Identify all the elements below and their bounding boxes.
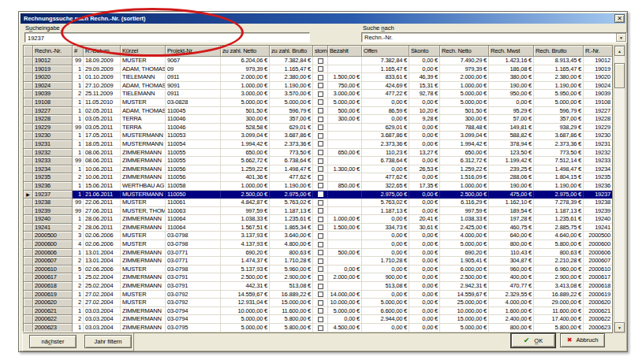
table-row[interactable]: 2000619127.02.2004MUSTER03-079214.559,67… [24, 291, 612, 299]
scrollbar-thumb[interactable] [614, 63, 625, 88]
storn-checkbox[interactable] [318, 58, 323, 64]
column-header-rech-mwst[interactable]: Rech. Mwst [489, 46, 534, 57]
table-row[interactable]: 19232108.06.2011ZIMMERMANN110055650,00 €… [24, 149, 612, 158]
storn-checkbox[interactable] [318, 308, 323, 314]
storn-checkbox[interactable] [318, 266, 323, 272]
column-header-storn[interactable]: storn. [313, 46, 328, 57]
column-header-rech-netto[interactable]: Rech. Netto [440, 46, 489, 57]
cancel-button[interactable]: ✖Abbruch [560, 333, 605, 347]
table-row[interactable]: 19108111.05.2010MUSTER03-08285.000,00 €5… [24, 98, 612, 107]
table-row[interactable]: 19234110.06.2011ZIMMERMANN1100561.259,22… [24, 165, 612, 174]
column-header-kuerzel[interactable]: Kürzel [121, 46, 166, 57]
column-header-offen[interactable]: Offen [362, 46, 409, 57]
storn-checkbox[interactable] [318, 108, 323, 113]
storn-checkbox[interactable] [318, 124, 323, 130]
storn-checkbox[interactable] [318, 284, 323, 289]
storn-checkbox[interactable] [318, 242, 323, 247]
table-row[interactable]: 19241228.06.2011ZIMMERMANN1100641.567,51… [24, 224, 612, 232]
table-row[interactable]: 19228103.05.2011TERRA110046300,00 €357,0… [24, 115, 612, 124]
column-header-r-nr[interactable]: R.-Nr. [584, 46, 613, 57]
cell-bezahlt [328, 191, 362, 199]
table-row[interactable]: 190129918.09.2009MUSTER90676.204,06 €7.3… [24, 57, 612, 65]
scrollbar-up-button[interactable]: ▲ [614, 46, 625, 56]
table-row[interactable]: 2000620227.02.2004MUSTER03-079212.931,04… [24, 299, 612, 307]
column-header-rechn-nr[interactable]: Rechn.-Nr. [33, 46, 73, 57]
storn-checkbox[interactable] [318, 75, 323, 80]
table-row[interactable]: 2000617125.02.2004ZIMMERMANN03-07912.500… [24, 273, 612, 282]
table-row[interactable]: 2000623103.03.2004ZIMMERMANN03-07955.000… [24, 324, 612, 332]
table-row[interactable]: 2000606113.01.2004ZIMMERMANN03-0771690,2… [24, 249, 612, 258]
column-header-zu-zahl-brutto[interactable]: zu zahl. Brutto [270, 46, 313, 57]
cell-r-nr: 19019 [584, 65, 613, 74]
cell-rech-brutto: 8.913,45 € [534, 57, 584, 65]
table-row[interactable]: 19236115.06.2011WERTHBAU AG1100581.000,0… [24, 182, 612, 191]
table-row[interactable]: 192299903.05.2011TERRA110046528,58 €629,… [24, 124, 612, 132]
storn-checkbox[interactable] [318, 250, 323, 255]
close-button[interactable]: ✕ [614, 14, 625, 23]
table-row[interactable]: 2000618225.02.2004ZIMMERMANN03-0791442,3… [24, 282, 612, 291]
table-row[interactable]: ▶19237121.06.2011MUSTERMANN1100502.500,0… [24, 191, 612, 199]
table-row[interactable]: 19039225.11.2009TIELEMANN09113.000,00 €3… [24, 90, 612, 98]
storn-checkbox[interactable] [318, 292, 323, 297]
table-row[interactable]: 19020101.10.2009TIELEMANN09112.000,00 €2… [24, 73, 612, 82]
storn-checkbox[interactable] [318, 158, 323, 164]
column-header-rech-brutto[interactable]: Rech. Brutto [534, 46, 584, 57]
storn-checkbox[interactable] [318, 300, 323, 306]
table-row[interactable]: 2000607213.01.2004ZIMMERMANN03-07711.474… [24, 257, 612, 266]
storn-checkbox[interactable] [318, 258, 323, 264]
filter-year-button[interactable]: Jahr filtern [84, 335, 132, 348]
column-header-nr[interactable]: # [73, 46, 84, 57]
table-row[interactable]: 19240128.06.2011ZIMMERMANN1100641.038,33… [24, 215, 612, 224]
table-row[interactable]: 19024127.10.2009ADAM, THOMAS90911.000,00… [24, 82, 612, 91]
table-row[interactable]: 2000500302.06.2006MUSTER03-07983.137,93 … [24, 232, 612, 240]
storn-checkbox[interactable] [318, 117, 323, 122]
storn-checkbox[interactable] [318, 133, 323, 139]
table-row[interactable]: 2000621103.03.2004ZIMMERMANN03-079410.00… [24, 307, 612, 316]
storn-checkbox[interactable] [318, 225, 323, 230]
dropdown-button[interactable]: ▼ [616, 33, 626, 42]
table-row[interactable]: 2000622203.03.2004ZIMMERMANN03-07945.000… [24, 315, 612, 324]
table-row[interactable]: 192339908.06.2011ZIMMERMANN1100555.662,7… [24, 157, 612, 165]
column-header-projekt-nr[interactable]: Projekt-Nr. [166, 46, 221, 57]
cell-kuerzel: WERTHBAU AG [121, 182, 166, 191]
scrollbar-down-button[interactable]: ▼ [614, 322, 625, 332]
title-bar[interactable]: Rechnungssuche nach Rechn.-Nr. (sortiert… [21, 13, 625, 24]
cell-nr: 1 [73, 132, 84, 140]
column-header-zu-zahl-netto[interactable]: zu zahl. Netto [221, 46, 270, 57]
search-input[interactable] [24, 32, 310, 43]
storn-checkbox[interactable] [318, 200, 323, 206]
column-header-bezahlt[interactable]: Bezahlt [328, 46, 362, 57]
column-header-skonto[interactable]: Skonto [409, 46, 440, 57]
storn-checkbox[interactable] [318, 99, 323, 105]
storn-checkbox[interactable] [318, 208, 323, 214]
ok-button[interactable]: ✔O̲K [511, 333, 555, 347]
table-row[interactable]: 19227102.05.2011ADAM, THOMAS110045501,50… [24, 107, 612, 116]
storn-checkbox[interactable] [318, 317, 323, 322]
vertical-scrollbar[interactable]: ▲ ▼ [614, 45, 625, 333]
storn-checkbox[interactable] [318, 233, 323, 239]
storn-checkbox[interactable] [318, 66, 323, 72]
storn-checkbox[interactable] [318, 141, 323, 147]
table-row[interactable]: 2000610502.06.2006MUSTER03-07985.137,93 … [24, 266, 612, 274]
next-button[interactable]: näc̲hster [29, 335, 77, 348]
storn-checkbox[interactable] [318, 83, 323, 88]
storn-checkbox[interactable] [318, 150, 323, 155]
column-header-r-datum[interactable]: R.-Datum [84, 46, 121, 57]
storn-checkbox[interactable] [318, 191, 323, 197]
table-row[interactable]: 2000600402.06.2006MUSTER03-07984.137,93 … [24, 240, 612, 249]
storn-checkbox[interactable] [318, 175, 323, 180]
storn-checkbox[interactable] [318, 217, 323, 222]
storn-checkbox[interactable] [318, 325, 323, 331]
storn-checkbox[interactable] [318, 275, 323, 280]
table-row[interactable]: 19019129.09.2009ADAM, THOMAS09979,39 €1.… [24, 65, 612, 74]
storn-checkbox[interactable] [318, 166, 323, 172]
storn-checkbox[interactable] [318, 183, 323, 188]
table-row[interactable]: 19231118.05.2011MUSTERMANN1100541.994,42… [24, 140, 612, 149]
cell-offen: 629,01 € [362, 124, 409, 132]
table-row[interactable]: 19230117.05.2011MUSTERMANN1100533.099,04… [24, 132, 612, 140]
table-row[interactable]: 19235210.06.2011ZIMMERMANN110056401,36 €… [24, 173, 612, 182]
table-row[interactable]: 192389922.06.2011MUSTER1100614.842,87 €5… [24, 199, 612, 207]
storn-checkbox[interactable] [318, 91, 323, 97]
search-by-dropdown[interactable]: Rechn.-Nr. ▼ [361, 32, 627, 43]
table-row[interactable]: 192399927.06.2011MUSTER, THOM.110063997,… [24, 207, 612, 216]
